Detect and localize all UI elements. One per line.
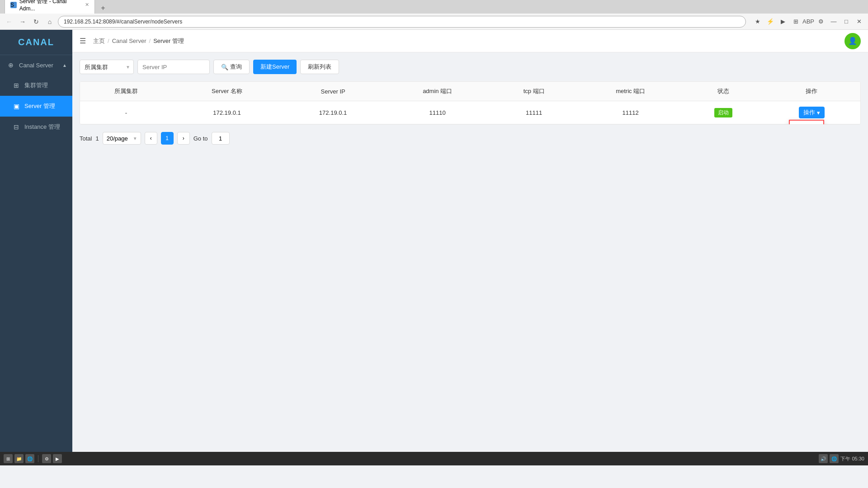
cluster-select[interactable]: 所属集群 <box>80 60 134 74</box>
col-cluster: 所属集群 <box>80 82 172 101</box>
server-table: 所属集群 Server 名称 Server IP admin 端口 tcp 端口… <box>80 82 860 124</box>
new-tab-btn[interactable]: + <box>97 3 109 14</box>
menu-toggle-icon[interactable]: ☰ <box>80 37 86 45</box>
col-tcp-port: tcp 端口 <box>491 82 577 101</box>
nav-back-btn[interactable]: ← <box>4 16 14 27</box>
page-prev-btn[interactable]: ‹ <box>145 132 157 145</box>
breadcrumb-current: Server 管理 <box>153 37 184 45</box>
breadcrumb: 主页 / Canal Server / Server 管理 <box>93 37 184 45</box>
topbar-right: 👤 <box>844 33 861 49</box>
breadcrumb-home[interactable]: 主页 <box>93 37 105 45</box>
address-text: 192.168.25.142:8089/#/canalServer/nodeSe… <box>64 19 182 25</box>
user-avatar[interactable]: 👤 <box>844 33 861 49</box>
bookmark-btn[interactable]: ★ <box>752 16 763 27</box>
breadcrumb-sep-2: / <box>149 38 151 44</box>
col-status: 状态 <box>684 82 763 101</box>
sidebar-item-server-label: Server 管理 <box>24 102 55 110</box>
instance-icon: ⊟ <box>13 123 20 131</box>
col-ops: 操作 <box>763 82 860 101</box>
table-header-row: 所属集群 Server 名称 Server IP admin 端口 tcp 端口… <box>80 82 860 101</box>
window-min-btn[interactable]: — <box>828 16 839 27</box>
op-btn-wrapper: 操作 ▾ 修改 删除 启动 停止 详情 日志 <box>799 107 825 118</box>
taskbar-sys-icon-2[interactable]: 🌐 <box>830 454 839 463</box>
taskbar: ⊞ 📁 🌐 ⚙ ▶ 🔊 🌐 下午 05:30 <box>0 452 868 465</box>
sidebar-item-cluster-mgmt[interactable]: ⊞ 集群管理 <box>0 75 72 96</box>
op-btn-label: 操作 <box>803 108 815 117</box>
tool-btn-1[interactable]: ⚡ <box>765 16 776 27</box>
tool-btn-2[interactable]: ▶ <box>778 16 788 27</box>
sidebar-logo: CANAL <box>0 30 72 55</box>
cell-ip: 172.19.0.1 <box>282 101 384 124</box>
breadcrumb-sep-1: / <box>108 38 109 44</box>
taskbar-icon-5[interactable]: ▶ <box>53 454 62 463</box>
taskbar-sep <box>38 455 38 462</box>
browser-navbar: ← → ↻ ⌂ 192.168.25.142:8089/#/canalServe… <box>0 14 868 30</box>
page-next-btn[interactable]: › <box>177 132 190 145</box>
server-ip-input[interactable] <box>137 60 210 74</box>
cell-cluster: - <box>80 101 172 124</box>
page-size-select[interactable]: 20/page 50/page 100/page <box>103 132 141 145</box>
goto-label: Go to <box>193 135 208 142</box>
sidebar: CANAL ⊕ Canal Server ▲ ⊞ 集群管理 ▣ Server 管… <box>0 30 72 452</box>
col-ip: Server IP <box>282 82 384 101</box>
sidebar-item-canal-server[interactable]: ⊕ Canal Server ▲ <box>0 55 72 75</box>
content-area: 所属集群 ▼ 🔍 查询 新建Server 刷新列表 <box>72 52 868 452</box>
taskbar-right: 🔊 🌐 下午 05:30 <box>819 454 864 463</box>
taskbar-icon-2[interactable]: 📁 <box>14 454 24 463</box>
sidebar-item-instance-mgmt[interactable]: ⊟ Instance 管理 <box>0 117 72 137</box>
cell-ops: 操作 ▾ 修改 删除 启动 停止 详情 日志 <box>763 101 860 124</box>
taskbar-icon-4[interactable]: ⚙ <box>42 454 51 463</box>
breadcrumb-parent[interactable]: Canal Server <box>112 38 146 44</box>
sidebar-item-cluster-label: 集群管理 <box>24 81 48 89</box>
sidebar-item-canal-server-label: Canal Server <box>19 62 53 69</box>
page-size-wrapper: 20/page 50/page 100/page ▼ <box>103 132 141 145</box>
sidebar-item-instance-label: Instance 管理 <box>24 123 60 131</box>
op-btn-arrow: ▾ <box>817 109 820 116</box>
op-dropdown: 修改 删除 启动 停止 详情 日志 <box>788 119 825 125</box>
search-btn[interactable]: 🔍 查询 <box>213 60 250 74</box>
search-btn-label: 查询 <box>230 63 242 71</box>
tool-btn-4[interactable]: ABP <box>803 16 814 27</box>
cell-metric-port: 11112 <box>577 101 684 124</box>
op-btn[interactable]: 操作 ▾ <box>799 107 825 118</box>
goto-input[interactable] <box>212 132 230 145</box>
nav-refresh-btn[interactable]: ↻ <box>31 16 42 27</box>
server-icon: ▣ <box>13 103 20 110</box>
window-close-btn[interactable]: ✕ <box>854 16 864 27</box>
total-label: Total <box>80 135 92 142</box>
taskbar-icon-1[interactable]: ⊞ <box>4 454 13 463</box>
taskbar-sys-icon-1[interactable]: 🔊 <box>819 454 828 463</box>
new-server-btn[interactable]: 新建Server <box>253 60 297 74</box>
table-row: - 172.19.0.1 172.19.0.1 11110 11111 1111… <box>80 101 860 124</box>
nav-forward-btn[interactable]: → <box>17 16 28 27</box>
col-admin-port: admin 端口 <box>384 82 491 101</box>
tab-title: Server 管理 - Canal Adm... <box>19 0 82 12</box>
browser-tools: ★ ⚡ ▶ ⊞ ABP ⚙ — □ ✕ <box>752 16 864 27</box>
cluster-select-wrapper: 所属集群 ▼ <box>80 60 134 74</box>
canal-server-icon: ⊕ <box>7 61 14 69</box>
tool-btn-5[interactable]: ⚙ <box>816 16 826 27</box>
taskbar-time: 下午 05:30 <box>840 455 864 462</box>
cell-tcp-port: 11111 <box>491 101 577 124</box>
table-wrapper: 所属集群 Server 名称 Server IP admin 端口 tcp 端口… <box>80 81 861 125</box>
col-metric-port: metric 端口 <box>577 82 684 101</box>
pagination-bar: Total 1 20/page 50/page 100/page ▼ ‹ 1 ›… <box>80 132 861 145</box>
sidebar-item-server-mgmt[interactable]: ▣ Server 管理 <box>0 96 72 117</box>
active-tab[interactable]: S Server 管理 - Canal Adm... ✕ <box>5 0 95 14</box>
cell-status: 启动 <box>684 101 763 124</box>
tab-close-btn[interactable]: ✕ <box>85 2 89 8</box>
page-1-btn[interactable]: 1 <box>161 132 174 145</box>
nav-home-btn[interactable]: ⌂ <box>44 16 55 27</box>
op-item-edit[interactable]: 修改 <box>789 120 824 125</box>
new-server-btn-label: 新建Server <box>260 63 289 71</box>
cluster-icon: ⊞ <box>13 82 20 89</box>
total-count: 1 <box>95 135 99 142</box>
filter-bar: 所属集群 ▼ 🔍 查询 新建Server 刷新列表 <box>80 60 861 74</box>
window-max-btn[interactable]: □ <box>841 16 852 27</box>
tool-btn-3[interactable]: ⊞ <box>790 16 801 27</box>
address-bar[interactable]: 192.168.25.142:8089/#/canalServer/nodeSe… <box>58 16 746 28</box>
refresh-btn[interactable]: 刷新列表 <box>300 60 339 74</box>
search-icon: 🔍 <box>221 64 228 70</box>
col-name: Server 名称 <box>172 82 282 101</box>
taskbar-icon-3[interactable]: 🌐 <box>25 454 34 463</box>
